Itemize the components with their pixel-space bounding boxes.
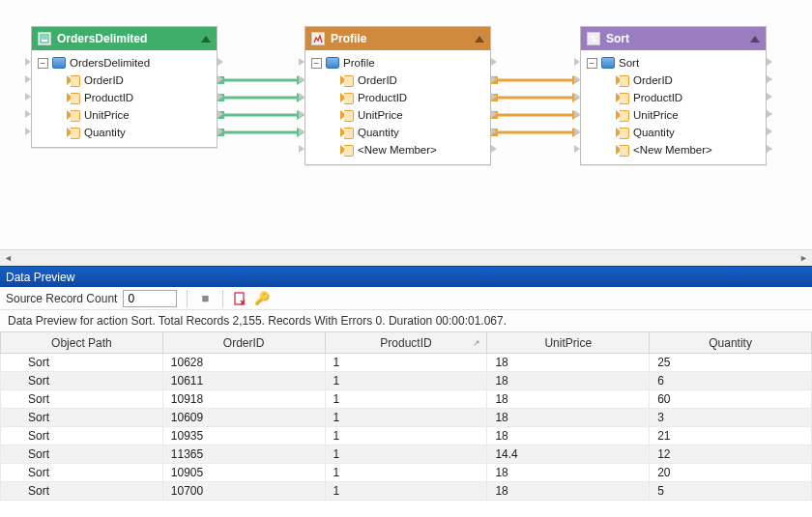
output-port[interactable]	[767, 93, 772, 101]
input-port[interactable]	[574, 93, 580, 101]
input-port[interactable]	[25, 75, 31, 83]
output-port[interactable]	[218, 110, 223, 118]
output-port[interactable]	[767, 58, 772, 66]
input-port[interactable]	[25, 128, 31, 135]
node-orders[interactable]: OrdersDelimited−OrdersDelimitedOrderIDPr…	[31, 26, 218, 148]
table-cell: Sort	[1, 464, 163, 482]
table-row[interactable]: Sort1091811860	[1, 390, 812, 409]
input-port[interactable]	[25, 110, 31, 118]
input-port[interactable]	[574, 128, 580, 135]
connector[interactable]	[218, 110, 304, 120]
node-field-row[interactable]: OrderID	[32, 72, 217, 89]
key-icon[interactable]: 🔑	[254, 291, 270, 306]
new-member-label: <New Member>	[358, 144, 437, 156]
grid-column-header[interactable]: Object Path	[1, 332, 163, 354]
table-cell: 18	[487, 390, 650, 409]
input-port[interactable]	[574, 110, 580, 118]
node-field-row[interactable]: UnitPrice	[32, 106, 217, 124]
collapse-icon[interactable]	[750, 36, 760, 43]
node-field-row[interactable]: ProductID	[32, 89, 217, 106]
grid-column-header[interactable]: UnitPrice	[487, 332, 650, 354]
input-port[interactable]	[299, 93, 304, 101]
node-field-row[interactable]: ProductID	[305, 89, 490, 106]
grid-column-header[interactable]: ProductID↗	[325, 332, 487, 354]
collapse-icon[interactable]	[201, 36, 211, 43]
table-row[interactable]: Sort106111186	[1, 372, 812, 390]
output-port[interactable]	[767, 75, 772, 83]
node-object-row[interactable]: −Sort	[581, 54, 766, 72]
table-row[interactable]: Sort1093511821	[1, 427, 812, 445]
output-port[interactable]	[767, 128, 772, 135]
input-port[interactable]	[25, 93, 31, 101]
node-field-row[interactable]: Quantity	[32, 124, 217, 141]
output-port[interactable]	[491, 93, 497, 101]
stop-icon[interactable]: ■	[197, 291, 213, 306]
node-field-row[interactable]: ProductID	[581, 89, 766, 106]
input-port[interactable]	[574, 58, 580, 66]
connector[interactable]	[218, 75, 304, 85]
input-port[interactable]	[299, 110, 304, 118]
output-port[interactable]	[218, 75, 223, 83]
refresh-errors-icon[interactable]	[233, 291, 248, 306]
field-icon	[67, 128, 80, 137]
table-row[interactable]: Sort1062811825	[1, 354, 812, 372]
node-object-row[interactable]: −Profile	[305, 54, 490, 72]
node-object-row[interactable]: −OrdersDelimited	[32, 54, 217, 72]
node-field-row[interactable]: UnitPrice	[305, 106, 490, 124]
node-header[interactable]: Sort	[581, 27, 766, 50]
data-preview-grid[interactable]: Object PathOrderIDProductID↗UnitPriceQua…	[0, 331, 812, 501]
node-new-member-row[interactable]: <New Member>	[581, 141, 766, 158]
output-port[interactable]	[491, 145, 497, 153]
node-header[interactable]: OrdersDelimited	[32, 27, 217, 50]
table-row[interactable]: Sort1090511820	[1, 464, 812, 482]
table-cell: Sort	[1, 445, 163, 464]
input-port[interactable]	[299, 75, 304, 83]
canvas-scrollbar-horizontal[interactable]: ◄ ►	[0, 249, 812, 266]
output-port[interactable]	[218, 128, 223, 135]
scroll-left-icon[interactable]: ◄	[0, 250, 16, 267]
output-port[interactable]	[218, 93, 223, 101]
field-label: OrderID	[633, 74, 673, 86]
connector[interactable]	[491, 93, 580, 102]
output-port[interactable]	[767, 145, 772, 153]
node-sort[interactable]: Sort−SortOrderIDProductIDUnitPriceQuanti…	[580, 26, 767, 165]
table-row[interactable]: Sort106091183	[1, 409, 812, 427]
connector[interactable]	[218, 93, 304, 102]
node-field-row[interactable]: UnitPrice	[581, 106, 766, 124]
node-header[interactable]: Profile	[305, 27, 490, 50]
source-record-count-input[interactable]	[123, 290, 177, 307]
node-field-row[interactable]: Quantity	[581, 124, 766, 141]
input-port[interactable]	[299, 145, 304, 153]
output-port[interactable]	[767, 110, 772, 118]
output-port[interactable]	[218, 58, 223, 66]
output-port[interactable]	[491, 75, 497, 83]
node-new-member-row[interactable]: <New Member>	[305, 141, 490, 158]
tree-collapse-icon[interactable]: −	[311, 58, 322, 69]
collapse-icon[interactable]	[475, 36, 484, 43]
tree-collapse-icon[interactable]: −	[587, 58, 597, 69]
tree-collapse-icon[interactable]: −	[38, 58, 48, 69]
field-icon	[67, 93, 80, 102]
node-field-row[interactable]: OrderID	[305, 72, 490, 89]
connector[interactable]	[491, 75, 580, 85]
output-port[interactable]	[491, 58, 497, 66]
input-port[interactable]	[299, 128, 304, 135]
output-port[interactable]	[491, 128, 497, 135]
connector[interactable]	[218, 128, 304, 137]
connector[interactable]	[491, 128, 580, 137]
input-port[interactable]	[574, 75, 580, 83]
node-field-row[interactable]: Quantity	[305, 124, 490, 141]
table-row[interactable]: Sort11365114.412	[1, 445, 812, 464]
output-port[interactable]	[491, 110, 497, 118]
dataflow-canvas[interactable]: OrdersDelimited−OrdersDelimitedOrderIDPr…	[0, 0, 812, 266]
node-field-row[interactable]: OrderID	[581, 72, 766, 89]
grid-column-header[interactable]: Quantity	[650, 332, 812, 354]
scroll-right-icon[interactable]: ►	[796, 250, 812, 267]
input-port[interactable]	[299, 58, 304, 66]
input-port[interactable]	[25, 58, 31, 66]
input-port[interactable]	[574, 145, 580, 153]
table-row[interactable]: Sort107001185	[1, 482, 812, 501]
connector[interactable]	[491, 110, 580, 120]
node-profile[interactable]: Profile−ProfileOrderIDProductIDUnitPrice…	[304, 26, 491, 165]
grid-column-header[interactable]: OrderID	[162, 332, 325, 354]
